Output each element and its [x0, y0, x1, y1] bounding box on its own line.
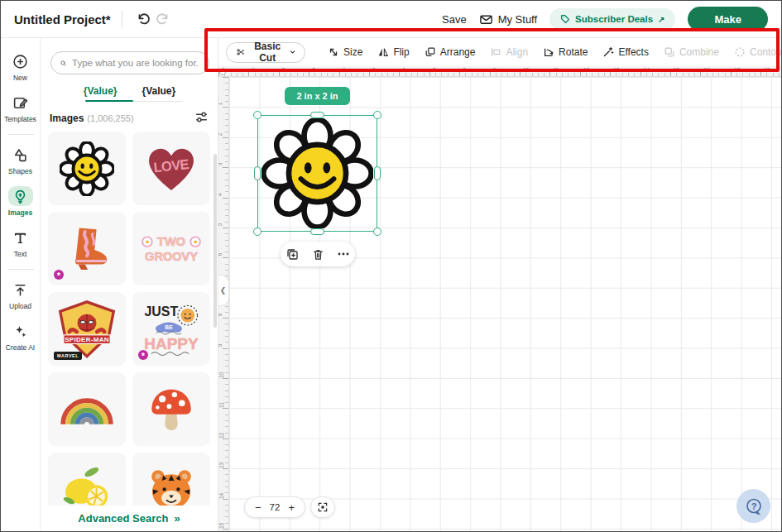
- align-button: Align: [490, 46, 528, 58]
- more-options-button[interactable]: [336, 247, 351, 261]
- h-ruler-number: 17: [734, 67, 740, 73]
- undo-button[interactable]: [133, 9, 153, 29]
- rainbow-thumbnail: [57, 392, 117, 427]
- contour-icon: [734, 46, 746, 58]
- panel-collapse-button[interactable]: ❮: [218, 275, 229, 306]
- rotate-button[interactable]: Rotate: [543, 46, 588, 58]
- search-input[interactable]: [72, 58, 199, 68]
- save-button[interactable]: Save: [442, 9, 467, 29]
- v-ruler-number: 2: [218, 132, 223, 136]
- sidebar-item-images[interactable]: Images: [2, 181, 40, 223]
- zoom-level-value: 72: [270, 502, 281, 512]
- selection-handle-top-right[interactable]: [373, 111, 381, 119]
- h-ruler-number: 4: [343, 67, 346, 73]
- filter-button[interactable]: [193, 110, 209, 127]
- v-ruler-number: 1: [218, 103, 223, 106]
- image-tile-rainbow[interactable]: [48, 372, 126, 446]
- image-tile-spider-man[interactable]: SPIDER-MAN MARVEL: [48, 292, 126, 366]
- h-ruler-number: 1: [252, 67, 255, 73]
- sidebar-item-label: Upload: [9, 302, 31, 310]
- deals-tag-icon: [560, 14, 570, 24]
- image-tile-mushroom[interactable]: [132, 372, 210, 446]
- flower-smiley-artwork: [261, 118, 373, 228]
- tab-value-2[interactable]: {Value}: [141, 83, 178, 99]
- redo-button[interactable]: [153, 9, 173, 29]
- svg-text:TWO: TWO: [157, 236, 185, 249]
- new-plus-icon: [12, 54, 28, 69]
- arrange-button[interactable]: Arrange: [425, 46, 476, 58]
- selection-handle-bottom-left[interactable]: [253, 228, 261, 236]
- selection-action-bar: [281, 242, 355, 266]
- zoom-in-button[interactable]: +: [288, 502, 295, 513]
- advanced-search-link[interactable]: Advanced Search: [78, 512, 168, 525]
- duplicate-icon: [285, 247, 299, 261]
- love-heart-thumbnail: LOVE: [142, 139, 201, 199]
- flower-smiley-thumbnail: [60, 141, 114, 196]
- v-ruler-number: 3: [218, 163, 223, 166]
- cricut-design-space-app: Untitled Project* Save My Stuff Subscrib…: [0, 0, 782, 532]
- image-tile-flower-smiley[interactable]: [48, 132, 126, 205]
- delete-button[interactable]: [310, 247, 325, 261]
- h-ruler-number: 15: [674, 67, 679, 73]
- my-stuff-button[interactable]: My Stuff: [479, 12, 537, 26]
- v-ruler-number: 8: [218, 314, 223, 317]
- tab-value-1[interactable]: {Value}: [82, 83, 119, 99]
- effects-button[interactable]: Effects: [602, 46, 648, 58]
- selection-handle-bottom-right[interactable]: [373, 228, 381, 236]
- sidebar-item-label: Images: [8, 208, 32, 217]
- images-label: Images: [50, 113, 84, 124]
- image-results-grid: LOVE TWO GROOVY: [41, 129, 218, 531]
- selection-handle-bottom-center[interactable]: [310, 228, 324, 235]
- sidebar-item-shapes[interactable]: Shapes: [2, 140, 40, 181]
- ellipsis-icon: [337, 247, 350, 261]
- chevron-down-icon: [290, 48, 295, 56]
- sidebar-item-create-ai[interactable]: Create AI: [2, 316, 40, 357]
- external-arrow-icon: ↗: [658, 15, 664, 24]
- sidebar-item-new[interactable]: New: [2, 46, 40, 88]
- subscriber-deals-button[interactable]: Subscriber Deals ↗: [549, 8, 675, 30]
- v-ruler-number: 14: [218, 492, 224, 498]
- selected-flower-smiley-object[interactable]: [261, 118, 373, 228]
- selection-handle-middle-left[interactable]: [254, 166, 261, 180]
- arrange-label: Arrange: [440, 46, 476, 58]
- duplicate-button[interactable]: [285, 247, 300, 261]
- selection-handle-top-left[interactable]: [253, 111, 261, 119]
- sidebar-item-templates[interactable]: Templates: [2, 88, 40, 129]
- h-ruler-number: 8: [463, 67, 466, 73]
- operation-type-dropdown[interactable]: Basic Cut: [226, 42, 305, 63]
- align-label: Align: [506, 46, 528, 58]
- sidebar-divider: [7, 134, 34, 135]
- h-ruler-number: 11: [553, 67, 559, 73]
- ruler-origin-toggle[interactable]: [219, 69, 226, 75]
- sidebar-item-upload[interactable]: Upload: [2, 275, 40, 316]
- svg-text:JUST: JUST: [144, 304, 178, 319]
- v-ruler-number: 10: [218, 372, 224, 378]
- rotate-icon: [543, 46, 554, 58]
- just-be-happy-thumbnail: JUST BE HAPPY: [140, 300, 203, 358]
- header-divider: [122, 11, 122, 27]
- save-label: Save: [442, 13, 467, 26]
- selection-handle-middle-right[interactable]: [374, 166, 381, 180]
- image-tile-two-groovy[interactable]: TWO GROOVY: [132, 212, 210, 285]
- two-groovy-thumbnail: TWO GROOVY: [138, 229, 204, 268]
- selection-handle-top-center[interactable]: [310, 112, 324, 118]
- resize-icon: [328, 46, 339, 58]
- zoom-out-button[interactable]: −: [255, 502, 261, 513]
- panel-scrollbar[interactable]: [213, 154, 217, 328]
- h-ruler-number: 10: [523, 67, 529, 73]
- size-label: Size: [343, 46, 362, 58]
- flip-button[interactable]: Flip: [377, 46, 409, 58]
- combine-label: Combine: [679, 46, 719, 58]
- sidebar-item-label: Shapes: [8, 167, 32, 175]
- search-box: [50, 51, 209, 74]
- magic-wand-icon: [602, 46, 614, 58]
- zoom-to-fit-button[interactable]: [310, 496, 335, 518]
- image-tile-love-heart[interactable]: LOVE: [132, 132, 210, 205]
- image-tile-just-be-happy[interactable]: JUST BE HAPPY: [132, 292, 210, 366]
- image-tile-cowboy-boot[interactable]: [48, 212, 126, 285]
- help-button[interactable]: ?: [736, 489, 770, 523]
- sidebar-item-text[interactable]: Text: [2, 223, 40, 264]
- make-button[interactable]: Make: [688, 7, 768, 31]
- h-ruler-number: 2: [282, 67, 285, 73]
- size-button[interactable]: Size: [328, 46, 362, 58]
